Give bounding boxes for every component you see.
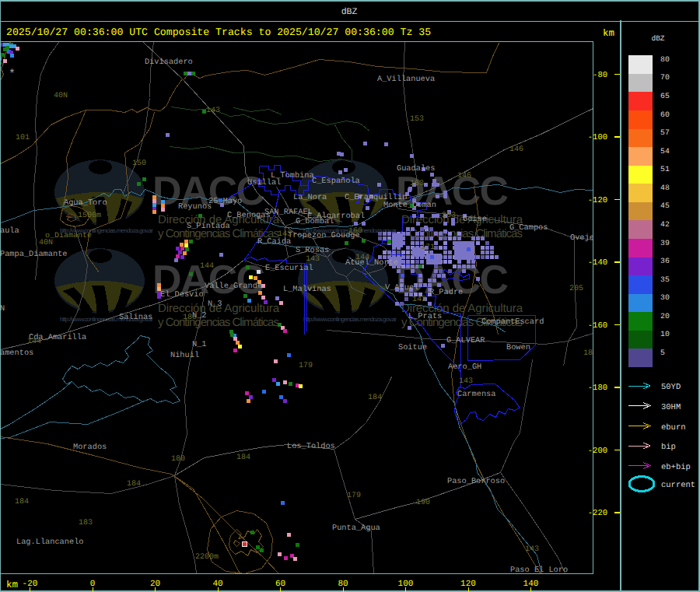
svg-text:144: 144 xyxy=(355,254,369,262)
svg-text:153: 153 xyxy=(410,115,424,124)
svg-text:-120: -120 xyxy=(588,196,607,205)
svg-text:N_3: N_3 xyxy=(208,300,222,309)
svg-text:aula: aula xyxy=(0,226,19,236)
svg-text:Guadales: Guadales xyxy=(397,164,435,173)
svg-text:-220: -220 xyxy=(588,509,607,518)
svg-text:-80: -80 xyxy=(593,71,607,80)
svg-text:Carmensa: Carmensa xyxy=(457,390,495,399)
svg-text:179: 179 xyxy=(299,362,313,370)
svg-text:25_Mayo: 25_Mayo xyxy=(208,197,242,206)
svg-text:eburn: eburn xyxy=(661,423,686,433)
svg-text:70: 70 xyxy=(660,73,670,82)
svg-text:Lag.Llancanelo: Lag.Llancanelo xyxy=(16,538,84,547)
svg-text:dBZ: dBZ xyxy=(651,34,664,43)
svg-text:57: 57 xyxy=(660,128,670,137)
svg-text:-200: -200 xyxy=(588,447,607,456)
svg-text:*: * xyxy=(9,68,16,81)
svg-text:current: current xyxy=(661,481,695,490)
svg-text:101: 101 xyxy=(16,134,30,142)
svg-text:Pampa_Diamante: Pampa_Diamante xyxy=(0,250,68,259)
svg-text:El_Desvio: El_Desvio xyxy=(160,290,204,300)
svg-text:179: 179 xyxy=(347,492,361,500)
svg-text:Valle_Grande: Valle_Grande xyxy=(205,282,262,291)
svg-text:146: 146 xyxy=(509,145,523,154)
svg-text:-100: -100 xyxy=(588,133,607,142)
svg-text:5: 5 xyxy=(660,349,665,357)
svg-text:-180: -180 xyxy=(588,384,607,393)
svg-text:80: 80 xyxy=(660,55,670,64)
svg-text:144: 144 xyxy=(200,262,214,271)
svg-text:SAN_RAFAEL: SAN_RAFAEL xyxy=(264,208,313,217)
svg-text:143: 143 xyxy=(306,255,320,264)
svg-text:Bowen: Bowen xyxy=(506,343,530,352)
svg-text:R_Padre: R_Padre xyxy=(429,288,463,297)
svg-text:203: 203 xyxy=(442,212,456,220)
svg-text:1500m: 1500m xyxy=(78,212,101,220)
svg-text:E_Escurial: E_Escurial xyxy=(265,264,313,273)
svg-text:Agua_Toro: Agua_Toro xyxy=(64,198,107,208)
svg-text:-160: -160 xyxy=(588,321,607,331)
svg-text:184: 184 xyxy=(15,498,29,506)
svg-text:171: 171 xyxy=(421,243,435,252)
svg-text:184: 184 xyxy=(236,454,250,462)
svg-text:143: 143 xyxy=(459,377,473,386)
svg-text:Soitue: Soitue xyxy=(398,343,427,352)
svg-text:184: 184 xyxy=(127,480,141,489)
svg-text:Reyunos: Reyunos xyxy=(178,202,212,212)
svg-text:Divisadero: Divisadero xyxy=(145,58,193,67)
svg-text:Salinas: Salinas xyxy=(119,313,152,322)
svg-text:48: 48 xyxy=(660,184,670,192)
svg-text:183: 183 xyxy=(79,519,93,527)
svg-text:180: 180 xyxy=(171,455,185,464)
svg-text:dBZ: dBZ xyxy=(341,7,358,17)
svg-text:143: 143 xyxy=(412,296,426,304)
svg-text:-140: -140 xyxy=(588,258,607,268)
svg-text:2200m: 2200m xyxy=(195,553,219,562)
svg-text:35: 35 xyxy=(660,275,670,284)
svg-text:eb+bip: eb+bip xyxy=(661,463,691,472)
svg-text:Paso El Loro: Paso El Loro xyxy=(510,566,568,575)
svg-text:51: 51 xyxy=(660,165,670,173)
svg-text:bip: bip xyxy=(661,443,676,452)
svg-text:Monte_Coman: Monte_Coman xyxy=(383,201,436,210)
svg-text:180: 180 xyxy=(183,314,197,322)
svg-text:190: 190 xyxy=(416,499,430,507)
svg-text:km: km xyxy=(6,580,18,590)
svg-text:42: 42 xyxy=(660,220,670,229)
svg-text:S_Rosas: S_Rosas xyxy=(296,246,329,255)
svg-text:Oveje: Oveje xyxy=(570,233,594,243)
svg-text:153: 153 xyxy=(410,180,424,188)
svg-text:Atuel_Norte: Atuel_Norte xyxy=(345,258,398,268)
svg-text:Aero_GH: Aero_GH xyxy=(448,363,481,372)
svg-text:39: 39 xyxy=(660,239,670,247)
svg-text:150: 150 xyxy=(132,159,146,168)
svg-text:40N: 40N xyxy=(54,92,68,100)
svg-text:30HM: 30HM xyxy=(661,403,681,412)
svg-text:Paso_Borroso: Paso_Borroso xyxy=(447,477,505,486)
svg-text:o_Diamante: o_Diamante xyxy=(45,231,92,240)
svg-text:143: 143 xyxy=(206,107,220,115)
svg-text:La_Nora: La_Nora xyxy=(293,193,327,202)
svg-text:L_Tombina: L_Tombina xyxy=(271,171,314,180)
svg-text:54: 54 xyxy=(660,147,670,156)
svg-text:L_Malvinas: L_Malvinas xyxy=(283,285,331,294)
svg-text:2025/10/27 00:36:00 UTC Compos: 2025/10/27 00:36:00 UTC Composite Tracks… xyxy=(6,26,431,38)
svg-text:Los_Toldos: Los_Toldos xyxy=(287,442,335,451)
svg-text:Punta_Agua: Punta_Agua xyxy=(332,524,380,533)
svg-text:amentos: amentos xyxy=(0,349,33,358)
svg-text:36: 36 xyxy=(660,257,670,265)
svg-text:G_ALVEAR: G_ALVEAR xyxy=(446,336,485,345)
svg-text:A_Villanueva: A_Villanueva xyxy=(377,75,435,84)
svg-text:G_Campos: G_Campos xyxy=(509,223,548,233)
svg-text:N_1: N_1 xyxy=(192,340,207,349)
svg-text:10: 10 xyxy=(660,330,670,338)
svg-text:L_Prats: L_Prats xyxy=(408,312,442,321)
svg-text:CompantEscard: CompantEscard xyxy=(481,317,544,327)
svg-text:20: 20 xyxy=(660,312,670,321)
svg-text:143: 143 xyxy=(278,230,292,239)
svg-text:60: 60 xyxy=(660,110,670,119)
svg-text:160: 160 xyxy=(348,227,362,236)
svg-text:65: 65 xyxy=(660,92,670,100)
svg-text:km: km xyxy=(603,28,614,39)
svg-text:45: 45 xyxy=(660,201,670,210)
